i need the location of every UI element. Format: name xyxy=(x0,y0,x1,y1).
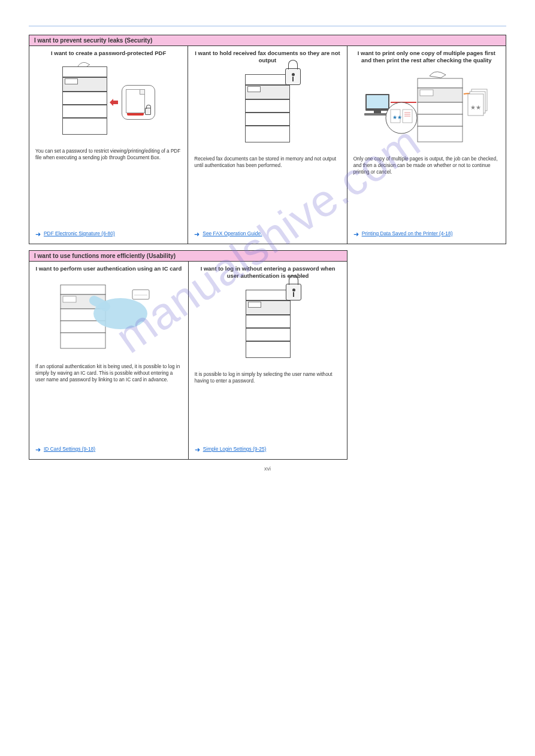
lock-icon xyxy=(285,68,301,85)
svg-rect-22 xyxy=(61,285,105,294)
section-header-usability: I want to use functions more efficiently… xyxy=(29,251,347,262)
card-hold-fax: I want to hold received fax documents so… xyxy=(188,46,347,244)
card-link-proof[interactable]: Printing Data Saved on the Printer (4-18… xyxy=(362,230,453,238)
arrow-left-icon xyxy=(110,99,119,106)
svg-rect-0 xyxy=(418,78,463,88)
card-text: Received fax documents can be stored in … xyxy=(194,156,340,228)
card-text: You can set a password to restrict viewi… xyxy=(35,148,182,228)
lock-icon xyxy=(145,108,151,115)
card-title: I want to create a password-protected PD… xyxy=(35,50,182,57)
card-text: If an optional authentication kit is bei… xyxy=(35,363,182,444)
card-image-lock xyxy=(194,68,340,152)
svg-rect-8 xyxy=(374,111,381,113)
svg-rect-3 xyxy=(418,102,463,114)
card-image-pdf: PDF xyxy=(35,60,182,144)
svg-rect-7 xyxy=(367,95,388,108)
card-text: Only one copy of multiple pages is outpu… xyxy=(353,156,500,228)
lock-icon xyxy=(286,284,301,300)
section-security: I want to prevent security leaks (Securi… xyxy=(29,35,506,244)
card-title: I want to log in without entering a pass… xyxy=(195,265,341,280)
card-link-pdf[interactable]: PDF Electronic Signature (6-80) xyxy=(44,230,115,238)
arrow-icon: ➜ xyxy=(35,447,41,453)
page-number: xvi xyxy=(264,466,271,472)
card-image-proof: ★★ ★★ xyxy=(353,68,500,152)
arrow-icon: ➜ xyxy=(353,231,359,238)
card-link-simplelogin[interactable]: Simple Login Settings (9-25) xyxy=(203,446,267,453)
card-proof-print: I want to print only one copy of multipl… xyxy=(347,46,506,244)
arrow-icon: ➜ xyxy=(194,231,200,238)
arrow-icon: ➜ xyxy=(35,231,41,238)
section-usability: I want to use functions more efficiently… xyxy=(29,250,347,460)
card-password-pdf: I want to create a password-protected PD… xyxy=(29,46,188,244)
section-header-security: I want to prevent security leaks (Securi… xyxy=(29,35,506,46)
card-title: I want to hold received fax documents so… xyxy=(194,50,340,65)
card-title: I want to perform user authentication us… xyxy=(35,265,182,272)
card-ic-card: I want to perform user authentication us… xyxy=(29,262,189,459)
svg-rect-2 xyxy=(420,90,433,96)
svg-rect-4 xyxy=(418,114,463,126)
svg-rect-27 xyxy=(61,333,105,348)
svg-rect-29 xyxy=(132,290,149,299)
card-link-ic[interactable]: ID Card Settings (9-18) xyxy=(44,446,95,453)
svg-text:★★: ★★ xyxy=(470,104,481,111)
card-text: It is possible to log in simply by selec… xyxy=(195,371,341,444)
card-image-simplelogin xyxy=(195,284,341,368)
svg-text:★★: ★★ xyxy=(392,114,402,120)
svg-rect-5 xyxy=(418,126,463,142)
card-link-fax[interactable]: See FAX Operation Guide. xyxy=(202,230,262,238)
card-image-ic xyxy=(35,276,182,360)
header-divider xyxy=(29,26,506,26)
arrow-icon: ➜ xyxy=(195,447,200,453)
card-title: I want to print only one copy of multipl… xyxy=(353,50,500,65)
card-simple-login: I want to log in without entering a pass… xyxy=(189,262,347,459)
svg-rect-24 xyxy=(63,296,76,302)
